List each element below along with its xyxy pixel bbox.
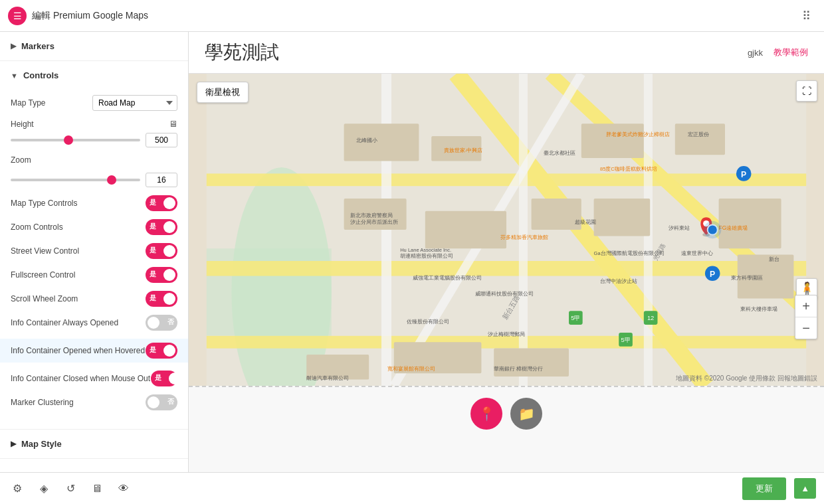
svg-text:Hu Lane Associate Inc.: Hu Lane Associate Inc. [400, 247, 451, 253]
svg-rect-30 [425, 211, 506, 248]
fullscreen-icon: ⛶ [802, 86, 811, 96]
map-container: 新台五路 光復路 5甲 12 5甲 P P [189, 74, 824, 386]
map-copyright: 地圖資料 ©2020 Google 使用條款 回報地圖錯誤 [676, 374, 817, 383]
map-type-controls-toggle[interactable]: 是 [146, 195, 177, 211]
marker-clustering-off-label: 否 [167, 397, 174, 406]
info-hover-row: Info Container Opened when Hovered 是 [0, 339, 188, 363]
zoom-value[interactable]: 16 [146, 173, 177, 187]
svg-text:新北市政府警察局: 新北市政府警察局 [350, 212, 393, 218]
map-user-label: gjkk [748, 48, 763, 58]
svg-text:FG遠雄廣場: FG遠雄廣場 [719, 224, 748, 231]
scroll-wheel-on-label: 是 [150, 294, 156, 303]
markers-header[interactable]: ▶ Markers [0, 32, 188, 60]
sidebar: ▶ Markers ▼ Controls Map Type Road Map S… [0, 32, 189, 472]
topbar: ☰ 編輯 Premium Google Maps ⠿ [0, 0, 824, 32]
svg-point-67 [704, 221, 721, 238]
map-style-arrow-icon: ▶ [11, 440, 16, 448]
info-hover-toggle[interactable]: 是 [146, 343, 177, 359]
settings-icon[interactable]: ⚙ [8, 479, 27, 498]
map-page-right: gjkk 教學範例 [748, 46, 808, 58]
info-mouseout-toggle[interactable]: 是 [151, 371, 177, 386]
satellite-button-label: 衛星檢視 [205, 87, 240, 97]
map-bottom: 📍 📁 [189, 386, 824, 472]
scroll-wheel-toggle[interactable]: 是 [146, 291, 177, 307]
zoom-label-row: Zoom [11, 155, 177, 165]
svg-text:威強電工業電腦股份有限公司: 威強電工業電腦股份有限公司 [413, 275, 482, 281]
zoom-in-button[interactable]: + [795, 295, 817, 317]
height-slider-row: 500 [11, 133, 177, 147]
layers-icon[interactable]: ◈ [35, 479, 53, 498]
map-type-select[interactable]: Road Map Satellite Hybrid Terrain [92, 95, 177, 111]
menu-button[interactable]: ☰ [8, 7, 27, 25]
zoom-slider[interactable] [11, 179, 140, 181]
zoom-label: Zoom [11, 155, 177, 165]
markers-arrow-icon: ▶ [11, 42, 16, 50]
map-style-section[interactable]: ▶ Map Style [0, 430, 188, 459]
arrow-button[interactable]: ▲ [794, 478, 816, 499]
history-icon[interactable]: ↺ [61, 479, 80, 498]
info-always-label: Info Container Always Opened [11, 318, 146, 327]
svg-rect-31 [532, 199, 581, 230]
svg-rect-24 [344, 124, 419, 161]
svg-text:Ga台灣國際航電股份有限公司: Ga台灣國際航電股份有限公司 [594, 250, 665, 256]
svg-text:臺北水都社區: 臺北水都社區 [544, 150, 575, 156]
zoom-controls-label: Zoom Controls [11, 222, 146, 232]
hamburger-icon: ☰ [13, 11, 22, 21]
svg-rect-29 [719, 199, 781, 248]
svg-text:新台: 新台 [769, 256, 779, 262]
svg-rect-3 [207, 173, 806, 186]
svg-text:東方科學園區: 東方科學園區 [731, 275, 763, 281]
zoom-controls-on-label: 是 [150, 222, 156, 231]
map-type-label: Map Type [11, 98, 92, 108]
map-style-label: Map Style [21, 439, 62, 449]
gray-folder-button[interactable]: 📁 [510, 398, 542, 430]
svg-text:85度C咖啡蛋糕飲料烘培: 85度C咖啡蛋糕飲料烘培 [600, 166, 657, 172]
svg-rect-10 [519, 74, 528, 386]
marker-clustering-row: Marker Clustering 否 [11, 394, 177, 410]
info-mouseout-row: Info Container Closed when Mouse Out 是 [11, 371, 177, 386]
pink-marker-icon: 📍 [478, 406, 495, 422]
fullscreen-button[interactable]: ⛶ [796, 80, 817, 102]
zoom-controls-toggle[interactable]: 是 [146, 219, 177, 235]
marker-clustering-toggle[interactable]: 否 [146, 394, 177, 410]
info-always-off-label: 否 [167, 317, 174, 327]
zoom-controls: + − [795, 295, 817, 339]
svg-text:宏正股份: 宏正股份 [688, 131, 709, 137]
height-value[interactable]: 500 [146, 133, 177, 147]
map-bottom-icons: 📍 📁 [470, 398, 542, 430]
height-slider[interactable] [11, 139, 140, 141]
svg-text:貴族世家-中興店: 貴族世家-中興店 [444, 147, 483, 153]
map-tutorial-link[interactable]: 教學範例 [773, 46, 808, 58]
street-view-row: Street View Control 是 [11, 243, 177, 259]
svg-text:超級花園: 超級花園 [575, 219, 596, 225]
controls-label: Controls [23, 70, 58, 80]
satellite-button[interactable]: 衛星檢視 [197, 82, 249, 103]
update-button[interactable]: 更新 [742, 477, 786, 500]
desktop-icon[interactable]: 🖥 [88, 479, 106, 498]
info-always-toggle[interactable]: 否 [146, 315, 177, 331]
svg-text:5甲: 5甲 [571, 314, 580, 321]
svg-text:胡連精密股份有限公司: 胡連精密股份有限公司 [400, 253, 453, 259]
svg-text:寬和宴展館有限公司: 寬和宴展館有限公司 [387, 366, 435, 372]
bottom-bar: ⚙ ◈ ↺ 🖥 👁 更新 ▲ [0, 472, 824, 504]
map-page-header: 學苑測試 gjkk 教學範例 [189, 32, 824, 74]
map-type-controls-label: Map Type Controls [11, 199, 146, 208]
controls-header[interactable]: ▼ Controls [0, 61, 188, 90]
controls-section: ▼ Controls Map Type Road Map Satellite H… [0, 61, 188, 430]
fullscreen-toggle[interactable]: 是 [146, 267, 177, 283]
eye-icon[interactable]: 👁 [114, 479, 133, 498]
svg-text:汐止梅樹灣郵局: 汐止梅樹灣郵局 [488, 331, 525, 337]
zoom-out-button[interactable]: − [795, 317, 817, 339]
pink-marker-button[interactable]: 📍 [470, 398, 502, 430]
svg-text:5甲: 5甲 [621, 336, 630, 343]
markers-label: Markers [21, 41, 54, 51]
monitor-icon: 🖥 [169, 119, 177, 129]
map-style-header: ▶ Map Style [11, 439, 177, 449]
svg-text:P: P [741, 170, 746, 179]
grid-icon[interactable]: ⠿ [802, 9, 811, 23]
zoom-slider-row: 16 [11, 173, 177, 187]
gray-folder-icon: 📁 [518, 406, 535, 422]
svg-text:胖老爹美式炸雞汐止樟樹店: 胖老爹美式炸雞汐止樟樹店 [606, 131, 670, 137]
street-view-toggle[interactable]: 是 [146, 243, 177, 259]
markers-section: ▶ Markers [0, 32, 188, 61]
